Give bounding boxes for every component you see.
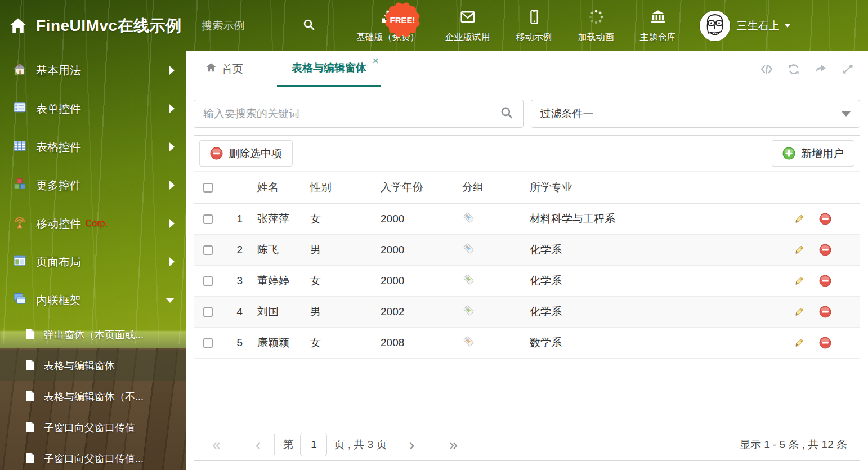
nav-item-enterprise-trial[interactable]: 企业版试用: [445, 8, 490, 43]
nav-item-theme-repo[interactable]: 主题仓库: [640, 8, 676, 43]
major-link[interactable]: 化学系: [530, 244, 562, 256]
page-number-input[interactable]: [300, 433, 327, 456]
sidebar-item-form-controls[interactable]: 表单控件: [0, 89, 186, 128]
edit-icon[interactable]: [793, 244, 805, 256]
row-checkbox[interactable]: [203, 214, 213, 224]
cell-year: 2000: [381, 266, 462, 297]
sidebar-item-more-controls[interactable]: 更多控件: [0, 166, 186, 204]
code-icon[interactable]: [760, 62, 773, 76]
expand-icon[interactable]: [841, 62, 854, 76]
row-index: 3: [220, 266, 243, 297]
add-user-button[interactable]: 新增用户: [772, 140, 854, 167]
delete-row-icon[interactable]: [819, 244, 831, 256]
row-checkbox[interactable]: [203, 276, 213, 286]
major-link[interactable]: 材料科学与工程系: [530, 213, 615, 225]
sidebar-item-page-layout[interactable]: 页面布局: [0, 243, 186, 281]
column-header-major[interactable]: 所学专业: [530, 172, 793, 204]
sidebar-item-iframe[interactable]: 内联框架: [0, 281, 186, 319]
sidebar-subitem-child-to-parent[interactable]: 子窗口向父窗口传值: [0, 412, 186, 443]
add-user-label: 新增用户: [801, 146, 844, 161]
delete-row-icon[interactable]: [819, 306, 831, 318]
sidebar-item-label: 表单控件: [36, 101, 81, 117]
sidebar-subitem-grid-edit-window-2[interactable]: 表格与编辑窗体（不...: [0, 381, 186, 412]
major-link[interactable]: 化学系: [530, 275, 562, 287]
sidebar-item-basic-usage[interactable]: 基本用法: [0, 51, 186, 89]
search-icon[interactable]: [499, 105, 514, 122]
major-link[interactable]: 化学系: [530, 306, 562, 317]
home-icon[interactable]: [8, 16, 28, 36]
row-index: 2: [220, 235, 243, 266]
first-page-button[interactable]: [207, 437, 226, 452]
tab-grid-edit-window[interactable]: 表格与编辑窗体: [277, 51, 381, 87]
grid-panel: 删除选中项 新增用户 姓名 性别 入学年份 分组 所学专业: [194, 135, 860, 461]
file-icon: [24, 359, 36, 373]
column-header-name[interactable]: 姓名: [243, 172, 310, 204]
chevron-right-icon: [169, 181, 175, 190]
form-icon: [12, 100, 27, 117]
chevron-right-icon: [169, 142, 175, 151]
edit-icon[interactable]: [793, 337, 805, 349]
sidebar-item-grid-controls[interactable]: 表格控件: [0, 128, 186, 166]
nav-item-loading-animation[interactable]: 加载动画: [578, 8, 614, 43]
next-page-button[interactable]: [403, 436, 420, 453]
mobile-icon: [526, 8, 543, 28]
row-checkbox[interactable]: [203, 245, 213, 255]
nav-item-mobile-demo[interactable]: 移动示例: [516, 8, 552, 43]
file-icon: [24, 420, 36, 435]
page-prefix: 第: [283, 437, 293, 452]
sidebar-subitem-label: 表格与编辑窗体: [44, 359, 115, 373]
house-icon: [12, 62, 27, 79]
sidebar-subitem-label: 子窗口向父窗口传值: [44, 421, 135, 435]
edit-icon[interactable]: [793, 275, 805, 287]
delete-row-icon[interactable]: [819, 213, 831, 225]
search-icon[interactable]: [302, 18, 316, 34]
last-page-button[interactable]: [444, 437, 463, 452]
sidebar-subitem-child-to-parent-2[interactable]: 子窗口向父窗口传值...: [0, 443, 186, 470]
delete-row-icon[interactable]: [819, 275, 831, 287]
sidebar-subitem-popup-window[interactable]: 弹出窗体（本页面或...: [0, 319, 186, 350]
sidebar-subitem-label: 弹出窗体（本页面或...: [44, 328, 144, 342]
close-icon[interactable]: [372, 56, 379, 65]
delete-selected-button[interactable]: 删除选中项: [199, 140, 293, 167]
table-icon: [12, 138, 27, 155]
keyword-search-input[interactable]: [203, 108, 499, 120]
tab-home[interactable]: 首页: [203, 51, 245, 87]
row-checkbox[interactable]: [203, 307, 213, 317]
share-icon[interactable]: [814, 62, 827, 76]
tab-label: 首页: [222, 62, 243, 77]
sidebar-item-label: 表格控件: [36, 140, 81, 155]
file-icon: [24, 328, 36, 342]
free-badge: FREE!: [386, 3, 419, 36]
sidebar-item-mobile-controls[interactable]: 移动控件 Corp.: [0, 204, 186, 243]
record-summary: 显示 1 - 5 条 , 共 12 条: [740, 437, 847, 452]
major-link[interactable]: 数学系: [530, 337, 562, 348]
user-menu[interactable]: 三生石上: [737, 19, 791, 33]
prev-page-button[interactable]: [249, 436, 266, 453]
table-row: 5 康颖颖 女 2008 数学系: [194, 328, 860, 359]
select-all-checkbox[interactable]: [203, 183, 213, 193]
cell-name: 陈飞: [243, 235, 310, 266]
edit-icon[interactable]: [793, 213, 805, 225]
edit-icon[interactable]: [793, 306, 805, 318]
table-row: 2 陈飞 男 2000 化学系: [194, 235, 860, 266]
envelope-icon: [459, 8, 476, 28]
antenna-icon: [12, 215, 27, 232]
refresh-icon[interactable]: [787, 62, 800, 76]
delete-row-icon[interactable]: [819, 337, 831, 349]
column-header-year[interactable]: 入学年份: [381, 172, 462, 204]
table-row: 4 刘国 男 2002 化学系: [194, 297, 860, 328]
row-checkbox[interactable]: [203, 338, 213, 348]
tab-label: 表格与编辑窗体: [292, 61, 366, 75]
sidebar-subitem-grid-edit-window[interactable]: 表格与编辑窗体: [0, 350, 186, 381]
filter-dropdown[interactable]: 过滤条件一: [531, 100, 861, 128]
header-search-input[interactable]: [202, 20, 287, 32]
column-header-gender[interactable]: 性别: [310, 172, 381, 204]
content-area: 过滤条件一 删除选中项 新增用户: [186, 87, 868, 470]
column-header-group[interactable]: 分组: [462, 172, 530, 204]
chevron-down-icon: [784, 24, 791, 28]
home-tab-icon: [205, 61, 217, 77]
table-row: 3 董婷婷 女 2000 化学系: [194, 266, 860, 297]
avatar[interactable]: [700, 11, 730, 41]
sidebar-item-label: 更多控件: [36, 178, 81, 193]
cell-name: 董婷婷: [243, 266, 310, 297]
